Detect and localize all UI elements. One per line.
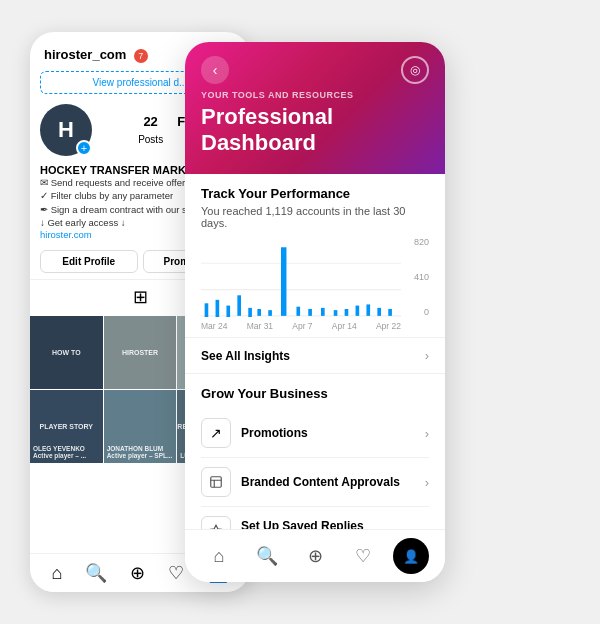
chart-area bbox=[201, 237, 401, 317]
x-label-apr7: Apr 7 bbox=[292, 321, 312, 331]
svg-rect-13 bbox=[321, 308, 325, 316]
svg-rect-18 bbox=[377, 308, 381, 316]
nav-home-icon[interactable]: ⌂ bbox=[51, 563, 62, 584]
edit-profile-button[interactable]: Edit Profile bbox=[40, 250, 138, 273]
chevron-right-icon: › bbox=[425, 348, 429, 363]
svg-rect-10 bbox=[281, 247, 286, 316]
promotions-menu-item[interactable]: ↗ Promotions › bbox=[201, 409, 429, 458]
x-label-apr14: Apr 14 bbox=[332, 321, 357, 331]
svg-rect-3 bbox=[205, 303, 209, 317]
svg-rect-20 bbox=[211, 477, 222, 488]
dash-nav-home[interactable]: ⌂ bbox=[201, 538, 237, 574]
svg-rect-16 bbox=[356, 306, 360, 316]
dashboard-title: Professional Dashboard bbox=[201, 104, 429, 156]
svg-rect-14 bbox=[334, 310, 338, 316]
branded-content-chevron-icon: › bbox=[425, 475, 429, 490]
svg-rect-12 bbox=[308, 309, 312, 316]
x-label-apr22: Apr 22 bbox=[376, 321, 401, 331]
grow-title: Grow Your Business bbox=[201, 386, 429, 401]
dash-nav-search[interactable]: 🔍 bbox=[249, 538, 285, 574]
dashboard-header-top: ‹ ◎ bbox=[201, 56, 429, 84]
avatar: H + bbox=[40, 104, 92, 156]
track-performance-section: Track Your Performance You reached 1,119… bbox=[185, 174, 445, 337]
chart-y-labels: 820 410 0 bbox=[414, 237, 429, 317]
saved-replies-menu-item[interactable]: Set Up Saved Replies Save replies to com… bbox=[201, 507, 429, 529]
track-title: Track Your Performance bbox=[201, 186, 429, 201]
promotions-label: Promotions bbox=[241, 426, 308, 440]
promotions-icon: ↗ bbox=[201, 418, 231, 448]
svg-rect-15 bbox=[345, 309, 349, 316]
nav-favorites-icon[interactable]: ♡ bbox=[168, 562, 184, 584]
nav-add-icon[interactable]: ⊕ bbox=[130, 562, 145, 584]
see-all-label: See All Insights bbox=[201, 349, 290, 363]
dash-nav-favorites[interactable]: ♡ bbox=[345, 538, 381, 574]
branded-content-label: Branded Content Approvals bbox=[241, 475, 400, 489]
promotions-chevron-icon: › bbox=[425, 426, 429, 441]
chart-x-labels: Mar 24 Mar 31 Apr 7 Apr 14 Apr 22 bbox=[201, 321, 429, 331]
settings-button[interactable]: ◎ bbox=[401, 56, 429, 84]
svg-rect-5 bbox=[226, 306, 230, 317]
dash-nav-profile[interactable]: 👤 bbox=[393, 538, 429, 574]
svg-rect-9 bbox=[268, 310, 272, 316]
branded-content-icon bbox=[201, 467, 231, 497]
performance-chart: 820 410 0 bbox=[201, 237, 429, 317]
grow-business-section: Grow Your Business ↗ Promotions › bbox=[185, 374, 445, 529]
svg-rect-17 bbox=[366, 304, 370, 315]
grid-item-2[interactable]: HIROSTER bbox=[104, 316, 177, 389]
x-label-mar24: Mar 24 bbox=[201, 321, 227, 331]
back-button[interactable]: ‹ bbox=[201, 56, 229, 84]
grid-item-4[interactable]: PLAYER STORY OLEG YEVENKOActive player –… bbox=[30, 390, 103, 463]
y-label-0: 0 bbox=[424, 307, 429, 317]
dashboard-card: ‹ ◎ YOUR TOOLS AND RESOURCES Professiona… bbox=[185, 42, 445, 582]
saved-replies-icon bbox=[201, 516, 231, 529]
y-label-820: 820 bbox=[414, 237, 429, 247]
svg-rect-11 bbox=[296, 307, 300, 316]
grid-view-tab[interactable]: ⊞ bbox=[133, 286, 148, 308]
dashboard-subtitle: YOUR TOOLS AND RESOURCES bbox=[201, 90, 429, 100]
svg-rect-6 bbox=[237, 295, 241, 316]
bg-username: hiroster_com 7 bbox=[44, 45, 148, 63]
chart-svg bbox=[201, 237, 401, 317]
svg-rect-8 bbox=[257, 309, 261, 316]
see-all-insights-button[interactable]: See All Insights › bbox=[185, 337, 445, 374]
saved-replies-label: Set Up Saved Replies bbox=[241, 519, 394, 530]
nav-search-icon[interactable]: 🔍 bbox=[85, 562, 107, 584]
grid-item-1[interactable]: HOW TO bbox=[30, 316, 103, 389]
svg-rect-7 bbox=[248, 308, 252, 317]
x-label-mar31: Mar 31 bbox=[247, 321, 273, 331]
avatar-add-icon[interactable]: + bbox=[76, 140, 92, 156]
dashboard-header: ‹ ◎ YOUR TOOLS AND RESOURCES Professiona… bbox=[185, 42, 445, 174]
track-subtitle: You reached 1,119 accounts in the last 3… bbox=[201, 205, 429, 229]
y-label-410: 410 bbox=[414, 272, 429, 282]
dashboard-body: Track Your Performance You reached 1,119… bbox=[185, 174, 445, 529]
branded-content-menu-item[interactable]: Branded Content Approvals › bbox=[201, 458, 429, 507]
svg-rect-19 bbox=[388, 309, 392, 316]
dash-nav-add[interactable]: ⊕ bbox=[297, 538, 333, 574]
dashboard-nav: ⌂ 🔍 ⊕ ♡ 👤 bbox=[185, 529, 445, 582]
svg-rect-4 bbox=[216, 300, 220, 317]
grid-item-5[interactable]: JONATHON BLUMActive player – SPL... bbox=[104, 390, 177, 463]
stat-posts: 22 Posts bbox=[138, 114, 163, 147]
notification-badge: 7 bbox=[134, 49, 148, 63]
